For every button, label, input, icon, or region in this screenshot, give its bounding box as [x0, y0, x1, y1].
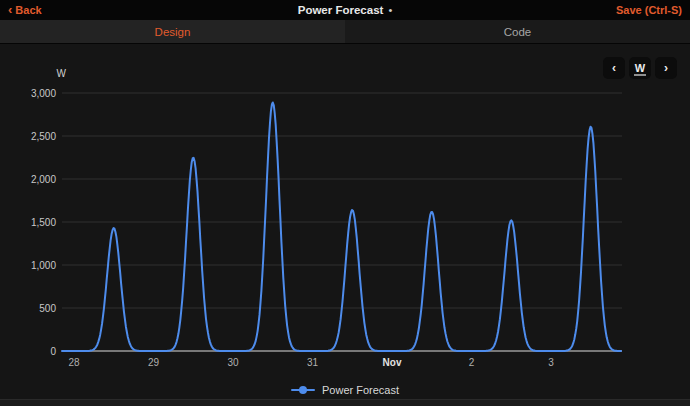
tab-bar: Design Code	[0, 20, 690, 44]
x-axis-tick-label: 29	[148, 357, 160, 368]
x-axis-tick-label: 2	[469, 357, 475, 368]
title-area: Power Forecast •	[0, 0, 690, 20]
chevron-left-icon: ‹	[603, 58, 625, 79]
back-button[interactable]: ‹ Back	[8, 0, 42, 20]
y-axis-tick-label: 2,000	[31, 174, 56, 185]
y-axis-unit-label: W	[57, 68, 67, 79]
power-forecast-chart[interactable]: 05001,0001,5002,0002,5003,000W28293031No…	[0, 44, 690, 406]
page-title: Power Forecast	[298, 4, 384, 16]
legend-label: Power Forecast	[322, 384, 399, 396]
period-week-button[interactable]: W	[629, 57, 651, 79]
save-label: Save (Ctrl-S)	[616, 4, 682, 16]
y-axis-tick-label: 2,500	[31, 131, 56, 142]
tab-code-label: Code	[504, 26, 532, 38]
header-bar: ‹ Back Power Forecast • Save (Ctrl-S)	[0, 0, 690, 20]
forecast-line-series[interactable]	[62, 103, 621, 352]
selected-period-underline	[634, 74, 646, 76]
tab-code[interactable]: Code	[345, 20, 690, 43]
editor-window: ‹ Back Power Forecast • Save (Ctrl-S) De…	[0, 0, 690, 406]
y-axis-tick-label: 1,500	[31, 217, 56, 228]
x-axis-tick-label: 3	[548, 357, 554, 368]
x-axis-tick-label: Nov	[383, 357, 402, 368]
legend-line-marker-icon	[291, 385, 315, 395]
save-button[interactable]: Save (Ctrl-S)	[616, 0, 682, 20]
prev-period-button[interactable]: ‹	[603, 57, 625, 79]
tab-design-label: Design	[155, 26, 191, 38]
next-period-button[interactable]: ›	[655, 57, 677, 79]
bottom-divider	[0, 399, 690, 406]
y-axis-tick-label: 500	[39, 303, 56, 314]
y-axis-tick-label: 3,000	[31, 88, 56, 99]
period-toolbar: ‹ W ›	[603, 57, 677, 79]
back-label: Back	[15, 4, 41, 16]
y-axis-tick-label: 1,000	[31, 260, 56, 271]
x-axis-tick-label: 28	[68, 357, 80, 368]
x-axis-tick-label: 31	[307, 357, 319, 368]
chart-panel: ‹ W › 05001,0001,5002,0002,5003,000W2829…	[0, 44, 690, 406]
legend-item-power-forecast[interactable]: Power Forecast	[0, 380, 690, 400]
chevron-right-icon: ›	[655, 58, 677, 79]
chevron-left-icon: ‹	[8, 0, 12, 20]
x-axis-tick-label: 30	[227, 357, 239, 368]
unsaved-changes-indicator: •	[388, 0, 392, 20]
tab-design[interactable]: Design	[0, 20, 345, 43]
y-axis-tick-label: 0	[50, 346, 56, 357]
